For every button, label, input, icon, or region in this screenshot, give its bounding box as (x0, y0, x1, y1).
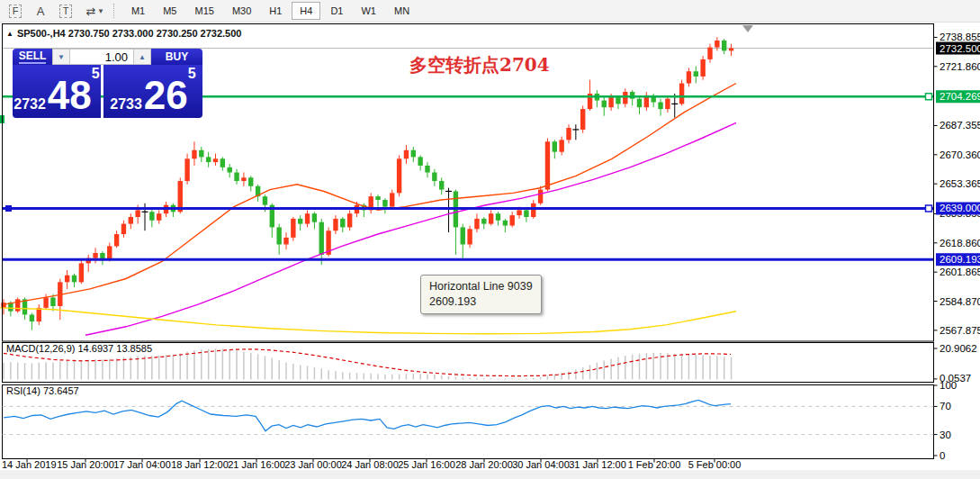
candle-body (658, 102, 662, 109)
candle-body (206, 157, 211, 162)
chart-shift-marker-icon (742, 25, 753, 32)
chart-annotation-text: 多空转折点2704 (409, 53, 550, 77)
sell-price-display[interactable]: 2732485 (13, 65, 101, 118)
candle-body (312, 213, 317, 222)
candle-body (545, 141, 550, 189)
price-axis-label: 2601.865 (940, 267, 980, 277)
candle-body (228, 167, 232, 173)
volume-input[interactable]: 1.00 (70, 49, 133, 65)
buy-price-display[interactable]: 2733265 (103, 65, 202, 118)
symbol-collapse-arrow-icon[interactable]: ▲ (6, 30, 13, 38)
buy-price-big: 26 (144, 79, 188, 112)
candle-body (722, 41, 726, 50)
candle-body (602, 101, 607, 108)
time-axis-label: 23 Jan 00:00 (284, 459, 342, 470)
candle-body (467, 229, 472, 244)
time-axis-label: 5 Feb 00:00 (688, 459, 742, 470)
candle-body (347, 213, 352, 227)
candle-body (291, 219, 295, 238)
buy-price-small: 2733 (110, 97, 142, 112)
candle-body (390, 193, 394, 206)
volume-decrease-button[interactable]: ▼ (52, 49, 70, 65)
candle-body (333, 219, 337, 230)
time-axis-label: 30 Jan 04:00 (512, 459, 570, 470)
sell-price-small: 2732 (13, 97, 46, 112)
rsi-pane-border (3, 385, 934, 459)
candle-body (213, 158, 218, 162)
blue-line-anchor-left[interactable] (5, 205, 12, 212)
macd-indicator-label: MACD(12,26,9) 14.6937 13.8585 (6, 343, 152, 354)
candle-body (135, 210, 139, 217)
candle-body (715, 41, 719, 48)
candle-body (276, 227, 281, 244)
time-axis-label: 21 Jan 16:00 (228, 459, 285, 470)
candle-body (608, 97, 613, 107)
rsi-line (4, 400, 731, 430)
candle-body (580, 109, 585, 130)
time-axis-label: 28 Jan 20:00 (455, 459, 513, 470)
candle-body (283, 238, 288, 245)
price-axis-label: 2618.860 (940, 238, 980, 249)
candle-body (298, 219, 302, 224)
time-axis-label: 17 Jan 04:00 (113, 459, 171, 470)
bottom-status-strip (0, 470, 980, 479)
candle-body (496, 213, 500, 221)
candle-body (220, 158, 225, 167)
price-axis-label: 2738.855 (940, 32, 980, 42)
candle-body (538, 190, 543, 203)
candle-body (700, 59, 705, 77)
candle-body (107, 246, 112, 259)
candle-body (489, 213, 493, 223)
candle-body (234, 173, 238, 182)
tooltip-object-value: 2609.193 (429, 294, 533, 310)
rsi-scale-label: 100 (940, 380, 957, 391)
candle-body (15, 299, 20, 311)
rsi-scale-label: 30 (940, 429, 951, 440)
candle-body (340, 219, 345, 228)
candle-body (157, 213, 161, 221)
one-click-trade-panel: SELL ▼ 1.00 ▲ BUY 2732485 2733265 (13, 49, 202, 118)
candle-body (524, 210, 528, 217)
candle-body (43, 297, 48, 307)
candle-body (630, 92, 634, 99)
candle-body (461, 227, 465, 244)
candle-body (503, 221, 508, 226)
candle-body (382, 200, 387, 207)
rsi-scale-label: 70 (940, 401, 951, 411)
candle-body (481, 219, 486, 224)
volume-increase-button[interactable]: ▲ (133, 49, 151, 65)
buy-button[interactable]: BUY (151, 49, 202, 65)
price-axis-label: 2687.355 (940, 120, 980, 131)
time-axis-label: 14 Jan 2019 (2, 459, 57, 470)
trading-platform-window: F A T ⇄ ▼ M1M5M15M30H1H4D1W1MN ▲SP500-,H… (0, 0, 980, 479)
chart-title-text: SP500-,H4 2730.750 2733.000 2730.250 273… (17, 28, 242, 39)
price-axis-label: 2567.875 (940, 325, 980, 336)
candle-body (184, 158, 189, 181)
price-axis-label: 2721.860 (940, 61, 980, 72)
candle-body (404, 150, 409, 159)
green-line-anchor[interactable] (926, 94, 932, 100)
time-axis-label: 15 Jan 20:00 (57, 459, 114, 470)
time-axis-label: 18 Jan 12:00 (171, 459, 229, 470)
rsi-indicator-label: RSI(14) 73.6457 (6, 385, 79, 396)
object-tooltip: Horizontal Line 9039 2609.193 (420, 275, 542, 314)
sell-button[interactable]: SELL (13, 49, 52, 65)
candle-body (199, 150, 203, 158)
candle-body (474, 219, 479, 229)
candle-body (50, 297, 55, 306)
candle-body (566, 128, 571, 140)
blue-line-anchor-right[interactable] (926, 205, 932, 212)
candle-body (418, 157, 422, 166)
candle-body (93, 253, 97, 258)
candle-body (559, 140, 563, 151)
candle-body (192, 150, 196, 159)
tooltip-object-name: Horizontal Line 9039 (429, 279, 533, 294)
candle-body (553, 141, 557, 151)
candle-body (623, 92, 627, 104)
trade-panel-price-row: 2732485 2733265 (13, 65, 202, 118)
time-axis-label: 1 Feb 20:00 (628, 459, 681, 470)
candle-body (129, 217, 133, 224)
candle-body (37, 308, 41, 321)
candle-body (263, 196, 267, 205)
candle-body (517, 210, 521, 215)
